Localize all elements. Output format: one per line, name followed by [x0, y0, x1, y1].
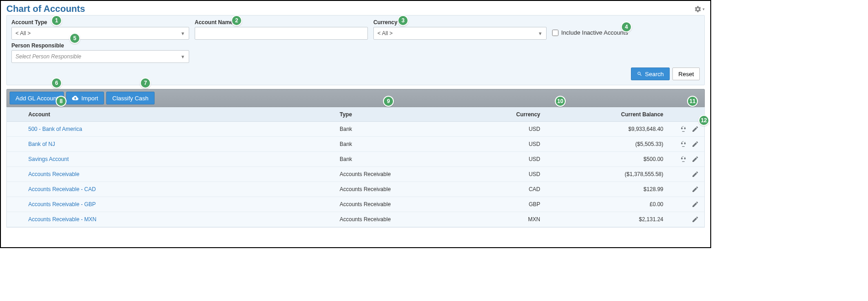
search-icon — [637, 71, 642, 77]
cell-currency: USD — [467, 126, 549, 132]
page-title: Chart of Accounts — [6, 4, 85, 14]
cell-balance: $2,131.24 — [549, 216, 668, 223]
cell-type: Bank — [340, 126, 467, 132]
cell-type: Bank — [340, 141, 467, 147]
cell-balance: $500.00 — [549, 156, 668, 162]
annotation-badge: 4 — [621, 21, 632, 32]
edit-icon[interactable] — [692, 156, 699, 163]
include-inactive-label: Include Inactive Accounts — [561, 29, 628, 36]
cell-currency: GBP — [467, 201, 549, 208]
annotation-badge: 2 — [231, 15, 242, 26]
chevron-down-icon: ▼ — [181, 31, 185, 36]
balance-scale-icon[interactable] — [680, 156, 687, 163]
col-type[interactable]: Type — [340, 111, 467, 118]
account-link[interactable]: 500 - Bank of America — [28, 126, 82, 132]
cell-type: Accounts Receivable — [340, 216, 467, 223]
cell-balance: £0.00 — [549, 201, 668, 208]
accounts-table: Account Type Currency Current Balance 50… — [6, 107, 705, 228]
col-currency[interactable]: Currency — [467, 111, 549, 118]
cell-type: Bank — [340, 156, 467, 162]
cell-currency: USD — [467, 171, 549, 177]
annotation-badge: 12 — [698, 115, 709, 126]
col-account[interactable]: Account — [23, 111, 340, 118]
reset-button[interactable]: Reset — [672, 67, 700, 80]
balance-scale-icon[interactable] — [680, 125, 687, 133]
cell-currency: CAD — [467, 186, 549, 192]
cell-currency: USD — [467, 156, 549, 162]
annotation-badge: 9 — [383, 96, 394, 107]
account-link[interactable]: Accounts Receivable - MXN — [28, 216, 96, 223]
account-link[interactable]: Accounts Receivable - GBP — [28, 201, 96, 208]
chevron-down-icon: ▼ — [538, 31, 542, 36]
cell-type: Accounts Receivable — [340, 186, 467, 192]
edit-icon[interactable] — [692, 171, 699, 178]
table-row: 500 - Bank of America Bank USD $9,933,64… — [7, 122, 704, 137]
cloud-upload-icon — [72, 95, 78, 101]
table-row: Accounts Receivable - GBP Accounts Recei… — [7, 197, 704, 212]
filter-panel: Account Type < All > ▼ Account Name Curr… — [6, 15, 705, 85]
table-row: Bank of NJ Bank USD ($5,505.33) — [7, 137, 704, 152]
annotation-badge: 5 — [69, 33, 80, 44]
account-name-input[interactable] — [195, 27, 368, 40]
import-button[interactable]: Import — [66, 92, 104, 104]
account-name-label: Account Name — [195, 19, 368, 26]
person-responsible-label: Person Responsible — [11, 42, 189, 49]
table-row: Accounts Receivable - CAD Accounts Recei… — [7, 182, 704, 197]
edit-icon[interactable] — [692, 201, 699, 208]
cell-type: Accounts Receivable — [340, 201, 467, 208]
cell-currency: MXN — [467, 216, 549, 223]
action-bar: Add GL Account Import Classify Cash — [6, 89, 705, 107]
annotation-badge: 8 — [56, 96, 67, 107]
settings-gear-icon[interactable]: ▾ — [694, 5, 705, 13]
account-link[interactable]: Accounts Receivable — [28, 171, 79, 177]
account-link[interactable]: Accounts Receivable - CAD — [28, 186, 96, 192]
annotation-badge: 11 — [687, 96, 698, 107]
table-row: Accounts Receivable Accounts Receivable … — [7, 167, 704, 182]
annotation-badge: 6 — [51, 78, 62, 88]
cell-type: Accounts Receivable — [340, 171, 467, 177]
currency-select[interactable]: < All > ▼ — [373, 27, 547, 40]
balance-scale-icon[interactable] — [680, 140, 687, 148]
cell-balance: $128.99 — [549, 186, 668, 192]
edit-icon[interactable] — [692, 186, 699, 193]
account-type-label: Account Type — [11, 19, 189, 26]
col-balance[interactable]: Current Balance — [549, 111, 668, 118]
account-type-select[interactable]: < All > ▼ — [11, 27, 189, 40]
edit-icon[interactable] — [692, 125, 699, 133]
cell-balance: $9,933,648.40 — [549, 126, 668, 132]
table-row: Accounts Receivable - MXN Accounts Recei… — [7, 212, 704, 227]
cell-currency: USD — [467, 141, 549, 147]
cell-balance: ($1,378,555.58) — [549, 171, 668, 177]
table-row: Savings Account Bank USD $500.00 — [7, 152, 704, 167]
search-button[interactable]: Search — [631, 67, 670, 80]
account-link[interactable]: Bank of NJ — [28, 141, 55, 147]
include-inactive-checkbox[interactable] — [552, 30, 558, 36]
account-link[interactable]: Savings Account — [28, 156, 69, 162]
cell-balance: ($5,505.33) — [549, 141, 668, 147]
annotation-badge: 1 — [51, 15, 62, 26]
table-header-row: Account Type Currency Current Balance — [7, 107, 704, 122]
edit-icon[interactable] — [692, 140, 699, 148]
annotation-badge: 3 — [398, 15, 408, 26]
classify-cash-button[interactable]: Classify Cash — [106, 92, 154, 104]
chevron-down-icon: ▼ — [181, 54, 185, 59]
annotation-badge: 10 — [555, 96, 566, 107]
person-responsible-select[interactable]: Select Person Responsible ▼ — [11, 50, 189, 63]
annotation-badge: 7 — [140, 78, 151, 88]
edit-icon[interactable] — [692, 216, 699, 223]
